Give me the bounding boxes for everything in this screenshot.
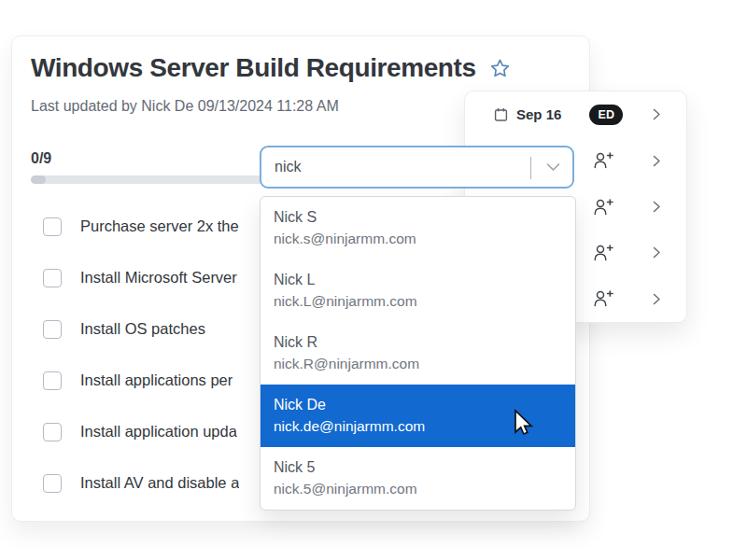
assignee-option-email: nick.L@ninjarmm.com (274, 290, 562, 313)
assignee-option[interactable]: Nick 5 nick.5@ninjarmm.com (261, 447, 575, 510)
checkbox[interactable] (43, 217, 62, 236)
checkbox[interactable] (43, 269, 62, 287)
checkbox[interactable] (43, 423, 62, 441)
assignee-option-name: Nick 5 (274, 457, 562, 478)
assignee-search-value: nick (275, 159, 301, 175)
assignee-option-email: nick.5@ninjarmm.com (274, 478, 562, 500)
chevron-right-icon[interactable] (651, 293, 662, 305)
checklist-item-label: Install applications per (80, 371, 233, 389)
assignee-option-email: nick.s@ninjarmm.com (274, 228, 562, 250)
chevron-down-icon[interactable] (546, 162, 560, 172)
assignee-option[interactable]: Nick S nick.s@ninjarmm.com (261, 197, 575, 259)
checklist-item-label: Install AV and disable a (80, 474, 239, 492)
checklist-item-label: Purchase server 2x the (80, 217, 239, 235)
assignee-option-name: Nick De (274, 395, 562, 415)
chevron-right-icon[interactable] (651, 155, 662, 167)
checklist-item-label: Install Microsoft Server (80, 269, 237, 287)
checklist-item-label: Install OS patches (80, 320, 205, 338)
chevron-right-icon[interactable] (651, 246, 662, 259)
assignee-option-name: Nick S (274, 207, 562, 228)
calendar-icon (494, 107, 508, 122)
checkbox[interactable] (43, 371, 62, 390)
progress-count: 0/9 (31, 150, 51, 167)
last-updated-text: Last updated by Nick De 09/13/2024 11:28… (31, 98, 339, 115)
favorite-star-icon[interactable] (488, 57, 512, 80)
person-add-icon[interactable] (592, 151, 613, 170)
assignee-option[interactable]: Nick L nick.L@ninjarmm.com (261, 259, 575, 322)
assignee-search-input[interactable]: nick (260, 146, 574, 189)
person-add-icon[interactable] (592, 244, 613, 262)
checklist-item-label: Install application upda (80, 423, 237, 441)
assignee-options-list: Nick S nick.s@ninjarmm.com Nick L nick.L… (260, 196, 576, 511)
assignee-option-name: Nick L (274, 270, 562, 290)
assignee-option-selected[interactable]: Nick De nick.de@ninjarmm.com (261, 385, 575, 447)
due-date-button[interactable]: Sep 16 (494, 106, 561, 122)
assignee-option-email: nick.de@ninjarmm.com (274, 415, 562, 438)
assignee-option-name: Nick R (274, 332, 562, 353)
page-title: Windows Server Build Requirements (31, 53, 476, 83)
due-date-label: Sep 16 (516, 106, 561, 122)
person-add-icon[interactable] (592, 289, 613, 308)
person-add-icon[interactable] (592, 198, 613, 217)
assignee-avatar-badge[interactable]: ED (589, 105, 623, 125)
checkbox[interactable] (43, 320, 62, 339)
progress-bar-fill (31, 175, 46, 184)
assignment-row: Sep 16 ED (465, 91, 686, 137)
chevron-right-icon[interactable] (651, 108, 662, 120)
input-divider (530, 157, 532, 179)
chevron-right-icon[interactable] (651, 201, 662, 213)
assignee-option[interactable]: Nick R nick.R@ninjarmm.com (261, 322, 575, 385)
assignee-option-email: nick.R@ninjarmm.com (274, 353, 562, 375)
checkbox[interactable] (43, 474, 62, 493)
